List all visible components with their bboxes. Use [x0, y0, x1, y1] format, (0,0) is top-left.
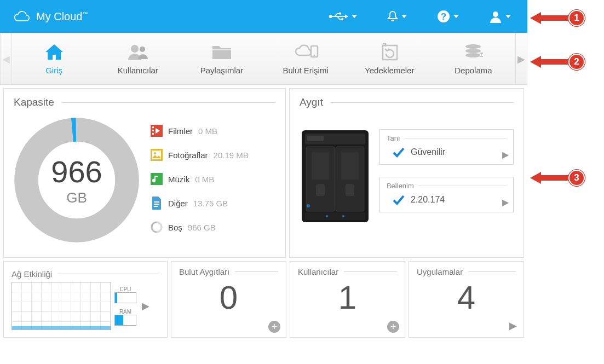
cpu-meter: CPU	[114, 286, 136, 303]
user-menu[interactable]	[489, 10, 511, 23]
svg-rect-18	[482, 54, 483, 56]
svg-rect-29	[154, 201, 159, 203]
nav-ribbon: ◀ Giriş Kullanıcılar Paylaşımlar Bulut E…	[0, 33, 527, 85]
home-icon	[44, 43, 64, 61]
diagnostics-card[interactable]: Tanı Güvenilir ▶	[379, 129, 514, 165]
apps-count: 4	[417, 280, 516, 316]
ram-meter: RAM	[114, 309, 136, 326]
network-expand[interactable]: ▶	[142, 300, 149, 312]
nav-shares[interactable]: Paylaşımlar	[180, 33, 263, 84]
svg-rect-39	[341, 152, 359, 180]
chevron-down-icon	[505, 15, 511, 18]
notifications-menu[interactable]	[387, 10, 407, 22]
svg-point-27	[154, 152, 156, 154]
annotation-2: 2	[530, 54, 585, 70]
svg-point-14	[465, 49, 481, 53]
svg-point-8	[140, 47, 145, 52]
nav-cloud-access[interactable]: Bulut Erişimi	[264, 33, 348, 84]
device-panel: Aygıt Tanı	[289, 88, 524, 258]
nav-storage[interactable]: Depolama	[432, 33, 515, 84]
svg-rect-9	[212, 49, 231, 50]
svg-point-11	[314, 55, 315, 56]
svg-rect-35	[307, 136, 324, 141]
users-panel[interactable]: Kullanıcılar 1 +	[290, 261, 405, 338]
apps-panel[interactable]: Uygulamalar 4 ▶	[409, 261, 524, 338]
cloud-devices-title: Bulut Aygıtları	[179, 267, 229, 276]
users-title: Kullanıcılar	[298, 267, 338, 276]
nav-label: Yedeklemeler	[365, 66, 414, 75]
chevron-down-icon	[401, 15, 407, 18]
svg-point-44	[326, 215, 328, 217]
nav-label: Depolama	[455, 66, 492, 75]
add-user-button[interactable]: +	[387, 321, 399, 333]
svg-rect-38	[312, 152, 329, 180]
annotation-1: 1	[530, 10, 585, 26]
fw-value: 2.20.174	[411, 195, 445, 205]
cloud-devices-count: 0	[179, 280, 278, 316]
firmware-card[interactable]: Bellenim 2.20.174 ▶	[379, 177, 514, 212]
folder-icon	[211, 43, 232, 61]
apps-title: Uygulamalar	[417, 267, 463, 276]
brand-text: My Cloud™	[36, 10, 88, 23]
nav-scroll-left: ◀	[0, 33, 12, 84]
add-cloud-device-button[interactable]: +	[268, 321, 280, 333]
nav-label: Giriş	[45, 66, 62, 75]
capacity-title: Kapasite	[14, 96, 54, 108]
svg-rect-17	[480, 54, 481, 56]
photos-icon	[151, 149, 163, 161]
brand-area: My Cloud™	[11, 10, 88, 23]
svg-rect-22	[152, 126, 154, 128]
dashboard-content: Kapasite 966 GB Filmler 0 MB	[0, 85, 527, 338]
usb-menu[interactable]	[329, 11, 357, 21]
svg-point-45	[342, 215, 344, 217]
help-menu[interactable]: ?	[437, 10, 459, 23]
nav-label: Kullanıcılar	[118, 66, 158, 75]
cloud-device-icon	[292, 43, 319, 61]
fw-label: Bellenim	[387, 182, 414, 190]
cloud-devices-panel[interactable]: Bulut Aygıtları 0 +	[171, 261, 286, 338]
svg-rect-43	[305, 212, 365, 220]
check-icon	[392, 193, 405, 206]
svg-rect-2	[339, 13, 341, 15]
capacity-value: 966	[51, 154, 102, 189]
svg-point-42	[307, 204, 310, 207]
capacity-panel: Kapasite 966 GB Filmler 0 MB	[3, 88, 286, 258]
svg-rect-28	[151, 173, 163, 185]
apps-expand[interactable]: ▶	[509, 320, 517, 332]
capacity-donut: 966 GB	[14, 117, 140, 243]
network-title: Ağ Etkinliği	[11, 269, 52, 279]
network-activity-panel: Ağ Etkinliği CPU RAM ▶	[3, 261, 168, 338]
capacity-item-photos: Fotoğraflar 20.19 MB	[151, 149, 249, 161]
chevron-right-icon: ▶	[502, 197, 509, 207]
annotation-3: 3	[530, 170, 585, 186]
svg-text:?: ?	[441, 11, 446, 22]
svg-rect-23	[152, 130, 154, 131]
free-space-icon	[151, 221, 163, 233]
help-icon: ?	[437, 10, 450, 23]
svg-rect-30	[154, 204, 159, 205]
svg-rect-24	[152, 133, 154, 135]
svg-point-6	[493, 11, 498, 17]
usb-icon	[329, 11, 348, 21]
capacity-unit: GB	[66, 189, 87, 206]
chevron-right-icon: ▶	[502, 149, 509, 160]
device-title: Aygıt	[300, 96, 323, 108]
check-icon	[392, 146, 405, 159]
bell-icon	[387, 10, 398, 22]
nav-scroll-right[interactable]: ▶	[515, 33, 527, 84]
user-icon	[489, 10, 502, 23]
storage-icon	[463, 43, 483, 61]
users-icon	[127, 43, 149, 61]
document-icon	[151, 197, 163, 209]
device-image	[300, 129, 371, 225]
app-header: My Cloud™ ?	[0, 0, 527, 33]
music-icon	[151, 173, 163, 185]
capacity-item-free: Boş 966 GB	[151, 221, 249, 233]
users-count: 1	[298, 280, 397, 316]
nav-home[interactable]: Giriş	[12, 33, 96, 84]
svg-point-15	[465, 53, 481, 57]
nav-users[interactable]: Kullanıcılar	[96, 33, 180, 84]
capacity-item-other: Diğer 13.75 GB	[151, 197, 249, 209]
nav-backups[interactable]: Yedeklemeler	[348, 33, 432, 84]
diag-value: Güvenilir	[411, 147, 445, 157]
